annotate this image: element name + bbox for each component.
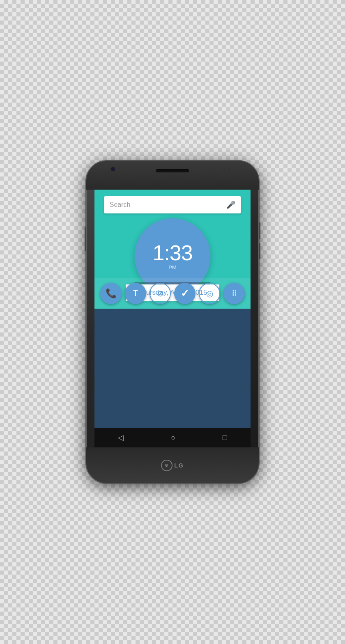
top-bezel [86,161,259,190]
volume-down-button[interactable] [259,243,260,259]
volume-button[interactable] [85,227,86,251]
clock-time: 1:33 [152,242,192,264]
dock-messages-icon[interactable]: T [125,283,146,304]
phone-screen: Search 🎤 1:33 PM Thursday, April 2 2015 [94,190,251,428]
apps-grid-icon: ⠿ [232,289,237,298]
recents-button[interactable]: □ [223,433,227,442]
clock-ampm: PM [168,264,177,270]
dock-camera-icon[interactable]: ◎ [199,283,220,304]
compass-icon: ⊘ [157,289,164,298]
app-dock: 📞 T ⊘ ✓ ◎ ⠿ [94,278,251,309]
dock-apps-icon[interactable]: ⠿ [223,283,245,304]
search-input[interactable]: Search [110,201,226,209]
dock-tasks-icon[interactable]: ✓ [174,283,196,304]
search-bar[interactable]: Search 🎤 [104,196,241,213]
lg-circle-logo: ⊙ [161,460,172,471]
microphone-icon[interactable]: 🎤 [226,200,235,209]
phone-icon: 📞 [106,288,117,299]
back-button[interactable]: ◁ [118,433,124,442]
lg-icon: ⊙ [165,463,169,468]
navigation-bar: ◁ ○ □ [94,428,251,447]
sensor-dots [223,168,230,171]
brand-logo: ⊙ LG [161,460,184,471]
phone-device: Search 🎤 1:33 PM Thursday, April 2 2015 [86,161,259,483]
checkmark-icon: ✓ [181,288,189,299]
dock-phone-icon[interactable]: 📞 [100,283,122,304]
front-camera [111,167,115,171]
sensor-dot [223,168,225,171]
sensor-dot [228,168,230,171]
camera-icon: ◎ [206,289,213,298]
earpiece-speaker [156,169,189,172]
power-button[interactable] [259,222,260,239]
home-button[interactable]: ○ [171,433,175,442]
messages-icon: T [133,289,138,298]
brand-name: LG [174,462,184,469]
bottom-bezel: ⊙ LG [86,447,259,483]
dock-compass-icon[interactable]: ⊘ [150,283,171,304]
